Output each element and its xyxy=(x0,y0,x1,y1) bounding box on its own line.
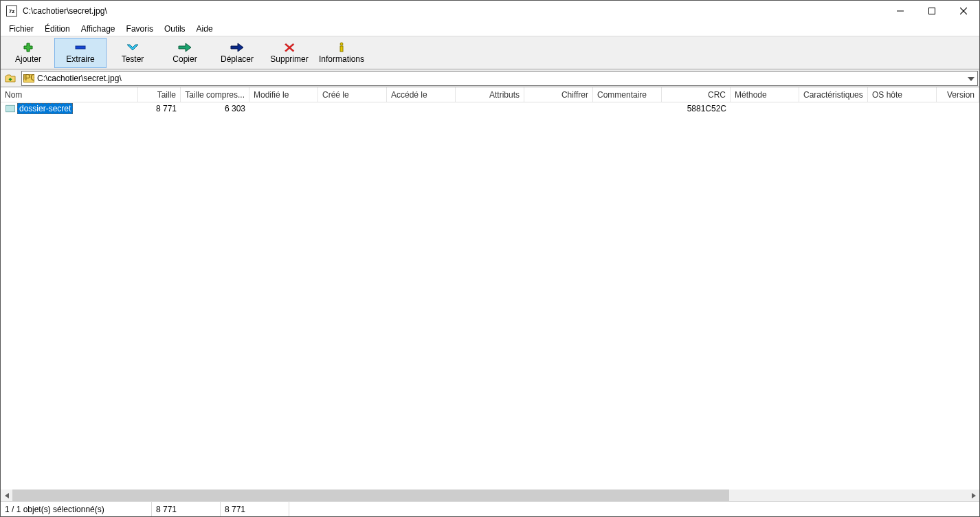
cell-taille-compressee: 6 303 xyxy=(181,104,249,113)
toolbar-label: Ajouter xyxy=(15,54,41,64)
menu-affichage[interactable]: Affichage xyxy=(76,21,121,36)
header-cree[interactable]: Créé le xyxy=(318,87,387,102)
toolbar-label: Supprimer xyxy=(270,54,308,64)
menubar: Fichier Édition Affichage Favoris Outils… xyxy=(1,21,979,36)
toolbar-label: Tester xyxy=(122,54,144,64)
maximize-icon xyxy=(928,8,935,14)
cell-taille: 8 771 xyxy=(138,104,181,113)
toolbar-label: Extraire xyxy=(66,54,94,64)
header-modifie[interactable]: Modifié le xyxy=(249,87,318,102)
chevron-down-icon xyxy=(968,77,975,81)
cell-crc: 5881C52C xyxy=(662,104,731,113)
header-caracteristiques[interactable]: Caractéristiques xyxy=(799,87,868,102)
minimize-button[interactable] xyxy=(884,1,916,21)
column-headers: Nom Taille Taille compres... Modifié le … xyxy=(1,87,979,102)
toolbar-label: Déplacer xyxy=(221,54,254,64)
status-size-1: 8 771 xyxy=(152,502,221,516)
path-dropdown[interactable] xyxy=(968,74,975,83)
header-accede[interactable]: Accédé le xyxy=(387,87,456,102)
toolbar-label: Informations xyxy=(319,54,364,64)
up-button[interactable] xyxy=(2,71,19,86)
header-methode[interactable]: Méthode xyxy=(731,87,799,102)
file-list[interactable]: dossier-secret 8 771 6 303 5881C52C xyxy=(1,102,979,490)
table-row[interactable]: dossier-secret 8 771 6 303 5881C52C xyxy=(1,102,979,115)
scroll-thumb[interactable] xyxy=(12,490,729,501)
svg-rect-7 xyxy=(340,46,343,52)
header-version[interactable]: Version xyxy=(937,87,979,102)
window-title: C:\cachotier\secret.jpg\ xyxy=(21,6,884,16)
move-arrow-icon xyxy=(230,42,245,53)
info-button[interactable]: Informations xyxy=(315,38,368,68)
folder-icon xyxy=(5,104,16,113)
minimize-icon xyxy=(897,8,904,14)
toolbar: Ajouter Extraire Tester Copier Déplacer … xyxy=(1,36,979,69)
minus-icon xyxy=(73,42,88,53)
header-chiffrer[interactable]: Chiffrer xyxy=(524,87,593,102)
cell-nom[interactable]: dossier-secret xyxy=(1,103,138,114)
chevron-right-icon xyxy=(972,493,976,498)
extract-button[interactable]: Extraire xyxy=(54,38,107,68)
svg-rect-1 xyxy=(929,8,935,14)
status-empty xyxy=(289,502,979,516)
menu-outils[interactable]: Outils xyxy=(159,21,191,36)
svg-rect-4 xyxy=(76,46,85,49)
svg-marker-12 xyxy=(5,493,9,498)
add-button[interactable]: Ajouter xyxy=(2,38,54,68)
move-button[interactable]: Déplacer xyxy=(211,38,263,68)
delete-x-icon xyxy=(282,42,297,53)
header-crc[interactable]: CRC xyxy=(662,87,731,102)
scroll-track[interactable] xyxy=(12,490,968,501)
window-controls xyxy=(884,1,979,21)
svg-point-6 xyxy=(340,43,343,45)
header-commentaire[interactable]: Commentaire xyxy=(593,87,662,102)
svg-marker-5 xyxy=(127,45,138,50)
file-name: dossier-secret xyxy=(17,103,73,114)
info-icon xyxy=(334,42,349,53)
toolbar-label: Copier xyxy=(172,54,197,64)
menu-aide[interactable]: Aide xyxy=(191,21,219,36)
menu-favoris[interactable]: Favoris xyxy=(121,21,159,36)
path-input[interactable]: JPG C:\cachotier\secret.jpg\ xyxy=(21,71,978,86)
status-selection: 1 / 1 objet(s) sélectionné(s) xyxy=(1,502,152,516)
plus-icon xyxy=(21,42,36,53)
menu-edition[interactable]: Édition xyxy=(39,21,76,36)
filetype-icon: JPG xyxy=(23,74,34,83)
status-size-2: 8 771 xyxy=(221,502,289,516)
svg-rect-11 xyxy=(6,105,15,111)
horizontal-scrollbar[interactable] xyxy=(1,490,979,501)
close-icon xyxy=(960,8,967,14)
header-nom[interactable]: Nom xyxy=(1,87,138,102)
copy-arrow-icon xyxy=(177,42,192,53)
folder-up-icon xyxy=(5,73,16,84)
header-taille-compressee[interactable]: Taille compres... xyxy=(181,87,249,102)
chevron-left-icon xyxy=(5,493,9,498)
addressbar: JPG C:\cachotier\secret.jpg\ xyxy=(1,69,979,87)
menu-fichier[interactable]: Fichier xyxy=(3,21,39,36)
header-taille[interactable]: Taille xyxy=(138,87,181,102)
maximize-button[interactable] xyxy=(916,1,948,21)
scroll-left-button[interactable] xyxy=(1,490,12,501)
close-button[interactable] xyxy=(948,1,979,21)
app-icon: 7z xyxy=(6,6,17,16)
test-button[interactable]: Tester xyxy=(107,38,159,68)
header-os[interactable]: OS hôte xyxy=(868,87,937,102)
scroll-right-button[interactable] xyxy=(968,490,979,501)
svg-marker-10 xyxy=(968,77,975,81)
path-text: C:\cachotier\secret.jpg\ xyxy=(37,74,122,83)
svg-text:JPG: JPG xyxy=(23,74,34,82)
statusbar: 1 / 1 objet(s) sélectionné(s) 8 771 8 77… xyxy=(1,501,979,516)
titlebar: 7z C:\cachotier\secret.jpg\ xyxy=(1,1,979,21)
header-attributs[interactable]: Attributs xyxy=(456,87,524,102)
copy-button[interactable]: Copier xyxy=(159,38,211,68)
svg-marker-13 xyxy=(972,493,976,498)
app-window: 7z C:\cachotier\secret.jpg\ Fichier Édit… xyxy=(0,0,980,517)
check-icon xyxy=(125,42,140,53)
delete-button[interactable]: Supprimer xyxy=(263,38,315,68)
